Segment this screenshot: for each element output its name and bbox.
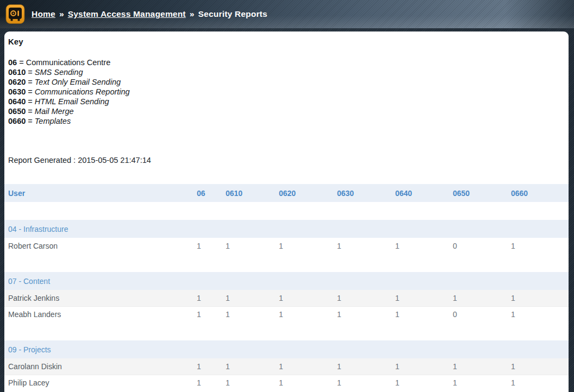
- column-header: 06: [197, 184, 226, 202]
- spacer-row: [4, 202, 569, 220]
- access-value-cell: 1: [337, 238, 395, 254]
- key-description: SMS Sending: [35, 68, 83, 77]
- access-value-cell: 1: [279, 238, 337, 254]
- access-value-cell: 1: [197, 290, 226, 306]
- group-name: 07 - Content: [4, 272, 569, 290]
- column-header: 0660: [511, 184, 569, 202]
- access-value-cell: 1: [226, 358, 279, 375]
- key-description: Mail Merge: [35, 107, 74, 116]
- table-header-row: User06061006200630064006500660: [4, 184, 569, 202]
- access-value-cell: 1: [453, 290, 511, 306]
- access-value-cell: 1: [511, 238, 569, 254]
- app-logo[interactable]: [5, 4, 25, 24]
- spacer-row: [4, 254, 569, 272]
- group-header-row: 04 - Infrastructure: [4, 220, 569, 238]
- key-code: 0650: [8, 107, 26, 116]
- access-value-cell: 1: [395, 306, 453, 323]
- access-value-cell: 1: [511, 375, 569, 391]
- user-name-cell: Meabh Landers: [4, 306, 197, 323]
- access-value-cell: 1: [279, 306, 337, 323]
- breadcrumb: Home»System Access Management»Security R…: [32, 9, 267, 19]
- breadcrumb-separator: »: [59, 9, 64, 18]
- security-report-table: User06061006200630064006500660 04 - Infr…: [4, 184, 569, 391]
- breadcrumb-item: Security Reports: [198, 9, 267, 18]
- access-value-cell: 1: [279, 358, 337, 375]
- key-description: Communications Reporting: [35, 87, 130, 96]
- breadcrumb-item[interactable]: System Access Management: [68, 9, 186, 18]
- user-name-cell: Patrick Jenkins: [4, 290, 197, 306]
- access-value-cell: 1: [337, 375, 395, 391]
- access-value-cell: 1: [337, 306, 395, 323]
- safe-icon: [5, 4, 25, 24]
- access-value-cell: 1: [511, 290, 569, 306]
- access-value-cell: 1: [395, 375, 453, 391]
- table-row: Philip Lacey1111111: [4, 375, 569, 391]
- user-name-cell: Robert Carson: [4, 238, 197, 254]
- key-code: 06: [8, 58, 17, 67]
- top-nav-bar: Home»System Access Management»Security R…: [0, 0, 574, 28]
- access-value-cell: 1: [453, 375, 511, 391]
- key-code: 0620: [8, 78, 26, 86]
- column-header: 0650: [453, 184, 511, 202]
- access-value-cell: 1: [197, 238, 226, 254]
- key-code: 0640: [8, 97, 26, 106]
- column-header: 0640: [395, 184, 453, 202]
- key-code: 0630: [8, 87, 26, 96]
- key-description: Templates: [35, 117, 71, 125]
- column-header: 0620: [279, 184, 337, 202]
- access-value-cell: 1: [395, 358, 453, 375]
- user-name-cell: Carolann Diskin: [4, 358, 197, 375]
- access-value-cell: 1: [226, 375, 279, 391]
- access-value-cell: 1: [197, 306, 226, 323]
- key-description: Text Only Email Sending: [35, 78, 121, 86]
- key-code: 0610: [8, 68, 26, 77]
- access-value-cell: 1: [279, 375, 337, 391]
- access-value-cell: 0: [453, 306, 511, 323]
- report-generated-line: Report Generated : 2015-05-05 21:47:14: [8, 156, 569, 165]
- access-value-cell: 0: [453, 238, 511, 254]
- access-value-cell: 1: [197, 358, 226, 375]
- group-header-row: 09 - Projects: [4, 340, 569, 358]
- access-value-cell: 1: [395, 290, 453, 306]
- access-value-cell: 1: [511, 306, 569, 323]
- access-value-cell: 1: [337, 290, 395, 306]
- group-header-row: 07 - Content: [4, 272, 569, 290]
- access-value-cell: 1: [511, 358, 569, 375]
- table-row: Meabh Landers1111101: [4, 306, 569, 323]
- group-name: 09 - Projects: [4, 340, 569, 358]
- column-header: User: [4, 184, 197, 202]
- key-description: HTML Email Sending: [35, 97, 109, 106]
- column-header: 0610: [226, 184, 279, 202]
- breadcrumb-separator: »: [190, 9, 195, 18]
- access-value-cell: 1: [197, 375, 226, 391]
- key-entry: 0660 = Templates: [8, 116, 569, 126]
- key-entry: 0610 = SMS Sending: [8, 67, 569, 77]
- access-value-cell: 1: [226, 238, 279, 254]
- key-entry: 0630 = Communications Reporting: [8, 87, 569, 97]
- spacer-row: [4, 323, 569, 340]
- access-value-cell: 1: [279, 290, 337, 306]
- key-entry: 06 = Communications Centre: [8, 58, 569, 67]
- table-row: Patrick Jenkins1111111: [4, 290, 569, 306]
- group-name: 04 - Infrastructure: [4, 220, 569, 238]
- user-name-cell: Philip Lacey: [4, 375, 197, 391]
- table-row: Carolann Diskin1111111: [4, 358, 569, 375]
- key-title: Key: [8, 37, 569, 46]
- content-panel: Key 06 = Communications Centre0610 = SMS…: [4, 31, 569, 392]
- table-row: Robert Carson1111101: [4, 238, 569, 254]
- key-description: Communications Centre: [26, 58, 111, 67]
- column-header: 0630: [337, 184, 395, 202]
- key-legend: 06 = Communications Centre0610 = SMS Sen…: [8, 58, 569, 126]
- access-value-cell: 1: [337, 358, 395, 375]
- key-code: 0660: [8, 117, 26, 125]
- key-entry: 0650 = Mail Merge: [8, 106, 569, 116]
- access-value-cell: 1: [226, 306, 279, 323]
- key-entry: 0640 = HTML Email Sending: [8, 97, 569, 106]
- access-value-cell: 1: [226, 290, 279, 306]
- breadcrumb-item[interactable]: Home: [32, 9, 55, 18]
- page-background: Key 06 = Communications Centre0610 = SMS…: [0, 28, 574, 392]
- key-entry: 0620 = Text Only Email Sending: [8, 77, 569, 87]
- access-value-cell: 1: [395, 238, 453, 254]
- access-value-cell: 1: [453, 358, 511, 375]
